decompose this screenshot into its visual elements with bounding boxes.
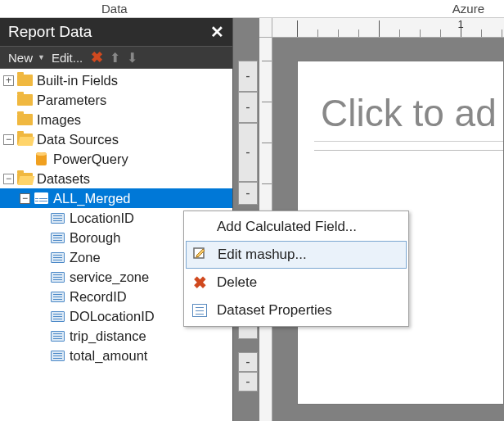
tree-label: DOLocationID [70,309,155,324]
panel-header: Report Data ✕ [0,18,232,46]
field-icon [51,351,65,361]
field-icon [51,252,65,263]
folder-open-icon [17,134,33,145]
blank-icon [191,218,209,236]
new-button[interactable]: New [5,51,36,65]
database-icon [36,152,47,165]
tree-node-parameters[interactable]: Parameters [0,90,232,110]
ctx-label: Add Calculated Field... [217,219,357,235]
folder-icon [17,94,33,106]
dataset-context-menu: Add Calculated Field... Edit mashup... ✖… [183,210,409,327]
ctx-label: Edit mashup... [218,247,307,263]
edit-icon [191,246,209,264]
properties-icon [191,301,209,319]
collapse-icon[interactable]: − [3,134,14,145]
folder-icon [17,114,33,125]
ctx-label: Delete [217,274,257,291]
tree-label: LocationID [70,210,134,226]
tree-label: RecordID [70,289,127,305]
chevron-down-icon[interactable]: ▼ [38,53,45,61]
field-icon [51,331,65,342]
title-placeholder: Click to ad [321,91,497,135]
tree-node-images[interactable]: Images [0,110,232,129]
field-icon [51,233,65,243]
collapse-icon[interactable]: − [3,174,14,184]
tree-node-datasources[interactable]: − Data Sources [0,129,232,149]
expand-icon[interactable]: + [3,75,14,86]
ctx-edit-mashup[interactable]: Edit mashup... [186,241,407,269]
tree-node-datasets[interactable]: − Datasets [0,169,232,188]
ruler-corner [259,18,272,38]
row-handle[interactable]: - [238,123,258,182]
report-body[interactable] [314,150,503,151]
field-icon [51,311,65,322]
tree-label: total_amount [70,348,147,364]
report-title-textbox[interactable]: Click to ad [314,84,503,142]
delete-icon[interactable]: ✖ [89,48,105,66]
ctx-delete[interactable]: ✖ Delete [186,269,407,297]
tree-node-powerquery[interactable]: PowerQuery [0,149,232,169]
tree-label: Datasets [37,171,90,187]
main-menu-bar: Data Azure [0,0,504,18]
edit-button[interactable]: Edit... [48,51,86,65]
arrow-down-icon[interactable]: ⬇ [125,50,139,66]
menu-azure[interactable]: Azure [449,2,488,16]
ctx-dataset-properties[interactable]: Dataset Properties [186,297,407,324]
tree-label: Borough [70,230,120,246]
row-handle[interactable]: - [238,61,258,92]
tree-label: PowerQuery [53,152,128,167]
tree-label: trip_distance [70,328,146,344]
folder-open-icon [17,173,33,184]
ctx-add-calculated-field[interactable]: Add Calculated Field... [186,213,407,241]
collapse-icon[interactable]: − [20,193,30,204]
row-handle[interactable]: - [238,372,258,392]
folder-icon [17,75,33,86]
row-handle[interactable]: - [238,352,258,372]
field-icon [51,272,65,283]
tree-label: service_zone [70,269,149,285]
field-icon [51,292,65,302]
ctx-label: Dataset Properties [217,302,332,319]
dataset-icon [34,192,48,204]
ruler-label: 1 [457,18,463,30]
horizontal-ruler[interactable]: 1 [272,18,504,38]
tree-node-all-merged[interactable]: − ALL_Merged [0,188,232,208]
tree-node-builtin-fields[interactable]: + Built-in Fields [0,70,232,90]
tree-label: Zone [70,250,101,265]
panel-toolbar: New ▼ Edit... ✖ ⬆ ⬇ [0,46,232,69]
menu-data[interactable]: Data [98,2,131,16]
row-handle[interactable]: - [238,92,258,123]
arrow-up-icon[interactable]: ⬆ [108,50,122,66]
tree-label: Images [37,112,81,128]
panel-title: Report Data [8,23,210,41]
x-icon: ✖ [191,274,209,292]
field-icon [51,213,65,224]
tree-node-field[interactable]: trip_distance [0,326,232,346]
tree-label: Data Sources [37,132,119,147]
tree-node-field[interactable]: total_amount [0,346,232,365]
tree-label: Built-in Fields [37,73,118,88]
tree-label: Parameters [37,93,106,108]
row-handle[interactable]: - [238,182,258,205]
close-icon[interactable]: ✕ [210,22,224,42]
tree-label: ALL_Merged [53,191,130,206]
